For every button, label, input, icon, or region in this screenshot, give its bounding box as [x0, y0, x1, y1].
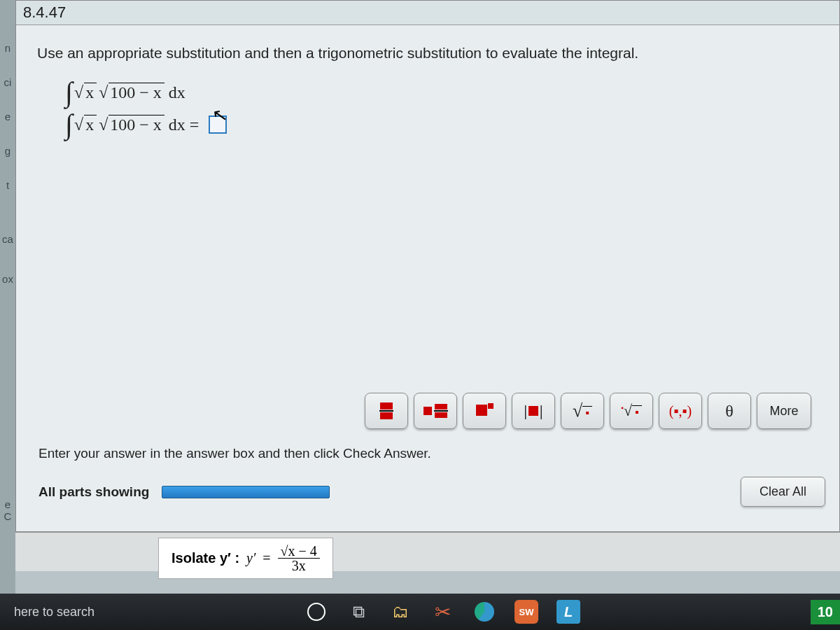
exponent-button[interactable]	[463, 393, 506, 429]
nth-root-button[interactable]: ▪√▪	[610, 393, 653, 429]
marker: e	[0, 111, 15, 122]
question-panel: 8.4.47 Use an appropriate substitution a…	[15, 0, 840, 532]
sw-app-icon[interactable]: SW	[514, 600, 538, 624]
marker: t	[0, 179, 15, 191]
fraction-button[interactable]	[365, 393, 408, 429]
task-view-icon[interactable]: ⧉	[346, 600, 370, 624]
dx: dx	[169, 83, 186, 102]
marker: ci	[0, 76, 15, 88]
system-tray: 10	[811, 594, 840, 630]
dx: dx	[169, 115, 186, 134]
marker: ox	[0, 273, 15, 285]
ordered-pair-icon: (▪,▪)	[669, 403, 692, 419]
marker: g	[0, 145, 15, 157]
progress-bar	[162, 486, 330, 498]
nth-root-icon: ▪√▪	[621, 402, 641, 420]
under-strip	[15, 532, 840, 571]
file-explorer-icon[interactable]: 🗂	[388, 600, 412, 624]
sqrt-x: x	[84, 115, 97, 134]
radical-icon: √	[99, 115, 108, 134]
edge-browser-icon[interactable]	[472, 600, 496, 624]
more-button[interactable]: More	[757, 393, 811, 429]
notification-badge[interactable]: 10	[811, 600, 840, 624]
integral-sign-icon: ∫	[65, 84, 73, 101]
sqrt-button[interactable]: √▪	[561, 393, 604, 429]
isolate-denominator: 3x	[292, 559, 306, 573]
isolate-numerator: √x − 4	[278, 544, 320, 559]
taskbar-search[interactable]: here to search	[7, 605, 94, 620]
radical-icon: √	[99, 83, 108, 102]
absolute-value-button[interactable]: ||	[512, 393, 555, 429]
isolate-label: Isolate y′ :	[172, 550, 239, 566]
answer-hint: Enter your answer in the answer box and …	[38, 446, 431, 461]
equals: =	[190, 115, 200, 134]
integral-display: ∫ √x √100 − x dx	[65, 83, 818, 102]
parts-showing-label: All parts showing	[38, 484, 149, 500]
question-content: Use an appropriate substitution and then…	[16, 25, 839, 154]
l-app-icon[interactable]: L	[556, 600, 580, 624]
ordered-pair-button[interactable]: (▪,▪)	[659, 393, 702, 429]
fraction-icon	[379, 402, 393, 420]
clear-all-button[interactable]: Clear All	[741, 477, 825, 507]
radical-icon: √	[74, 115, 83, 134]
absolute-value-icon: ||	[524, 403, 543, 419]
taskbar-icons: ⧉ 🗂 ✂ SW L	[304, 600, 580, 624]
theta-icon: θ	[725, 402, 734, 421]
question-number: 8.4.47	[16, 1, 839, 25]
question-prompt: Use an appropriate substitution and then…	[37, 45, 818, 62]
sqrt-x: x	[84, 83, 97, 102]
marker: ca	[0, 233, 15, 245]
marker: e C	[0, 498, 15, 522]
question-footer: All parts showing Clear All	[38, 477, 825, 507]
isolate-fraction: √x − 4 3x	[278, 544, 320, 573]
mixed-fraction-icon	[424, 403, 448, 419]
radicand: 100 − x	[108, 83, 164, 102]
left-edge-strip: n ci e g t ca ox	[0, 0, 15, 630]
windows-taskbar: here to search ⧉ 🗂 ✂ SW L 10	[0, 594, 840, 630]
exponent-icon	[476, 403, 493, 419]
isolate-snippet: Isolate y′ : y′ = √x − 4 3x	[158, 538, 333, 579]
cortana-icon[interactable]	[304, 600, 328, 624]
theta-button[interactable]: θ	[708, 393, 751, 429]
math-palette: || √▪ ▪√▪ (▪,▪) θ More	[365, 393, 811, 429]
sqrt-icon: √▪	[573, 400, 592, 421]
equals: =	[262, 550, 270, 566]
snip-tool-icon[interactable]: ✂	[430, 600, 454, 624]
isolate-lhs: y′	[246, 550, 255, 566]
marker: n	[0, 42, 15, 54]
mixed-fraction-button[interactable]	[414, 393, 457, 429]
integral-sign-icon: ∫	[65, 116, 73, 133]
radical-icon: √	[74, 83, 83, 102]
radicand: 100 − x	[108, 115, 164, 134]
answer-row: ∫ √x √100 − x dx =	[65, 115, 818, 134]
